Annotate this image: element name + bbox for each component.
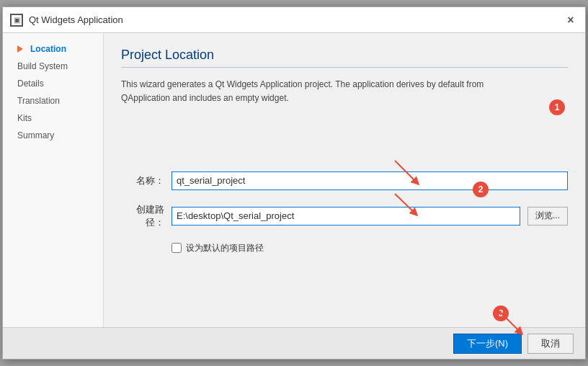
sidebar-item-kits[interactable]: Kits xyxy=(3,110,103,127)
name-label: 名称： xyxy=(121,174,164,187)
annotation-2: 2 xyxy=(473,182,489,197)
sidebar-details-label: Details xyxy=(17,79,44,89)
title-bar-left: ▣ Qt Widgets Application xyxy=(10,14,123,27)
sidebar-kits-label: Kits xyxy=(17,113,32,123)
sidebar-summary-label: Summary xyxy=(17,130,54,140)
footer-wrapper: 3 下一步(N) 取消 xyxy=(3,327,585,359)
description-text: This wizard generates a Qt Widgets Appli… xyxy=(121,78,568,105)
path-label: 创建路径： xyxy=(121,203,164,229)
default-path-label: 设为默认的项目路径 xyxy=(186,242,264,254)
browse-button[interactable]: 浏览... xyxy=(527,207,568,226)
section-title: Project Location xyxy=(121,48,568,68)
sidebar-item-translation[interactable]: Translation xyxy=(3,92,103,110)
dialog-title: Qt Widgets Application xyxy=(29,14,123,25)
default-path-row: 设为默认的项目路径 xyxy=(172,242,568,254)
sidebar-translation-label: Translation xyxy=(17,96,60,106)
project-name-input[interactable] xyxy=(172,171,568,190)
project-path-input[interactable] xyxy=(172,207,520,226)
main-dialog: ▣ Qt Widgets Application × Location Buil… xyxy=(2,6,586,360)
sidebar-item-summary[interactable]: Summary xyxy=(3,127,103,144)
next-button[interactable]: 下一步(N) xyxy=(453,334,522,354)
active-arrow-icon xyxy=(17,45,23,53)
close-button[interactable]: × xyxy=(564,13,578,27)
dialog-content: Location Build System Details Translatio… xyxy=(3,33,585,327)
sidebar-item-build-system[interactable]: Build System xyxy=(3,58,103,75)
default-path-checkbox[interactable] xyxy=(172,243,182,253)
path-form-row: 创建路径： 浏览... xyxy=(121,203,568,229)
name-row-wrapper: 名称： xyxy=(121,171,568,190)
sidebar-buildsystem-label: Build System xyxy=(17,61,68,71)
sidebar: Location Build System Details Translatio… xyxy=(3,33,104,327)
main-content: Project Location This wizard generates a… xyxy=(104,33,585,327)
sidebar-item-details[interactable]: Details xyxy=(3,75,103,92)
path-row-wrapper: 2 创建路径： 浏览... xyxy=(121,203,568,229)
sidebar-location-label: Location xyxy=(30,44,66,54)
annotation-3: 3 xyxy=(493,305,509,321)
form-area: 1 名称： xyxy=(121,120,568,313)
app-icon: ▣ xyxy=(10,14,23,27)
title-bar: ▣ Qt Widgets Application × xyxy=(3,7,585,33)
sidebar-item-location[interactable]: Location xyxy=(3,40,103,58)
footer: 下一步(N) 取消 xyxy=(3,327,585,359)
name-form-row: 名称： xyxy=(121,171,568,190)
cancel-button[interactable]: 取消 xyxy=(527,334,574,354)
